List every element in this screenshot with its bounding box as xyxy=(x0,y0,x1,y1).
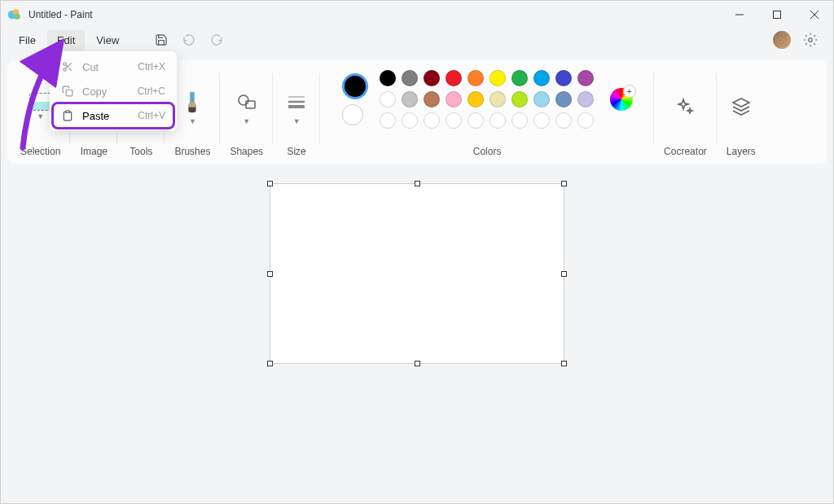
resize-handle[interactable] xyxy=(415,361,420,366)
menu-paste[interactable]: Paste Ctrl+V xyxy=(53,103,173,128)
paint-app-icon xyxy=(7,7,22,22)
menu-edit[interactable]: Edit xyxy=(47,30,85,50)
menu-view[interactable]: View xyxy=(86,30,129,50)
save-button[interactable] xyxy=(148,28,174,51)
group-cocreator: Cocreator xyxy=(654,67,717,160)
svg-point-17 xyxy=(239,95,248,105)
color-swatch-empty[interactable] xyxy=(467,112,484,129)
color-palette xyxy=(380,70,594,129)
color-swatch[interactable] xyxy=(555,91,572,107)
color-swatch[interactable] xyxy=(577,70,594,86)
color-swatch[interactable] xyxy=(555,70,572,86)
resize-handle[interactable] xyxy=(561,271,567,277)
secondary-color[interactable] xyxy=(342,104,363,125)
color-swatch[interactable] xyxy=(577,91,594,107)
size-icon xyxy=(283,88,310,116)
color-swatch[interactable] xyxy=(402,91,418,107)
svg-point-7 xyxy=(809,38,813,42)
color-swatch-empty[interactable] xyxy=(489,112,506,129)
layers-icon xyxy=(727,93,755,121)
shapes-icon xyxy=(233,88,261,116)
color-swatch[interactable] xyxy=(380,91,396,107)
color-swatch-empty[interactable] xyxy=(533,112,550,129)
primary-color[interactable] xyxy=(342,73,368,99)
color-swatch-empty[interactable] xyxy=(424,112,440,129)
minimize-button[interactable] xyxy=(721,1,758,28)
color-swatch[interactable] xyxy=(533,91,550,107)
menu-copy[interactable]: Copy Ctrl+C xyxy=(53,79,173,103)
shapes-tool[interactable]: ▼ xyxy=(233,70,261,142)
svg-rect-14 xyxy=(66,111,70,112)
svg-rect-13 xyxy=(66,90,72,96)
cocreator-tool[interactable] xyxy=(671,70,699,142)
chevron-down-icon: ▼ xyxy=(293,117,301,125)
brushes-tool[interactable]: ▼ xyxy=(178,70,206,142)
color-swatch[interactable] xyxy=(467,91,484,107)
color-swatch[interactable] xyxy=(424,70,440,86)
user-avatar[interactable] xyxy=(773,31,791,49)
size-tool[interactable]: ▼ xyxy=(283,70,310,142)
title-bar: Untitled - Paint xyxy=(1,1,833,28)
svg-rect-4 xyxy=(774,11,781,18)
menu-file[interactable]: File xyxy=(9,30,46,50)
group-layers: Layers xyxy=(717,67,766,160)
edit-dropdown: Cut Ctrl+X Copy Ctrl+C Paste Ctrl+V xyxy=(50,51,177,131)
close-button[interactable] xyxy=(796,1,833,28)
svg-point-9 xyxy=(64,68,67,72)
canvas[interactable] xyxy=(270,183,564,364)
selection-tool[interactable]: ▼ xyxy=(29,70,52,142)
resize-handle[interactable] xyxy=(267,361,273,366)
cut-icon xyxy=(61,60,74,73)
color-swatch[interactable] xyxy=(380,70,396,86)
resize-handle[interactable] xyxy=(561,361,567,366)
paste-shortcut: Ctrl+V xyxy=(138,110,165,121)
color-swatch[interactable] xyxy=(511,91,528,107)
color-swatch[interactable] xyxy=(489,91,506,107)
edit-colors-button[interactable] xyxy=(610,88,633,111)
resize-handle[interactable] xyxy=(561,181,567,186)
settings-button[interactable] xyxy=(797,28,823,51)
svg-line-12 xyxy=(66,65,68,67)
color-swatch[interactable] xyxy=(467,70,484,86)
canvas-area xyxy=(1,183,833,364)
selection-icon xyxy=(29,93,52,111)
paste-icon xyxy=(61,109,74,122)
resize-handle[interactable] xyxy=(267,181,273,186)
group-shapes: ▼ Shapes xyxy=(220,67,273,160)
color-swatch-empty[interactable] xyxy=(402,112,418,129)
svg-marker-22 xyxy=(733,99,749,107)
copy-label: Copy xyxy=(82,85,129,98)
chevron-down-icon: ▼ xyxy=(189,117,196,125)
group-size: ▼ Size xyxy=(273,67,320,160)
maximize-button[interactable] xyxy=(758,1,796,28)
color-swatch-empty[interactable] xyxy=(555,112,572,129)
layers-tool[interactable] xyxy=(727,70,755,142)
chevron-down-icon: ▼ xyxy=(37,112,44,121)
color-swatch[interactable] xyxy=(533,70,550,86)
paste-label: Paste xyxy=(82,110,129,122)
redo-button[interactable] xyxy=(204,28,230,51)
resize-handle[interactable] xyxy=(267,271,273,277)
svg-rect-16 xyxy=(191,92,195,103)
color-swatch[interactable] xyxy=(446,91,462,107)
svg-line-11 xyxy=(68,68,71,70)
color-swatch[interactable] xyxy=(424,91,440,107)
svg-point-8 xyxy=(64,63,67,66)
window-controls xyxy=(721,1,833,28)
color-swatch-empty[interactable] xyxy=(577,112,594,129)
color-swatch[interactable] xyxy=(402,70,418,86)
color-swatch-empty[interactable] xyxy=(380,112,396,129)
copy-icon xyxy=(61,85,74,98)
undo-button[interactable] xyxy=(176,28,202,51)
menu-cut[interactable]: Cut Ctrl+X xyxy=(53,55,173,79)
window-title: Untitled - Paint xyxy=(29,9,721,20)
copy-shortcut: Ctrl+C xyxy=(138,85,165,97)
resize-handle[interactable] xyxy=(415,181,420,186)
menu-bar: File Edit View xyxy=(1,28,833,52)
color-swatch[interactable] xyxy=(489,70,506,86)
color-swatch[interactable] xyxy=(511,70,528,86)
color-swatch-empty[interactable] xyxy=(511,112,528,129)
group-colors: Colors xyxy=(320,67,654,160)
color-swatch-empty[interactable] xyxy=(446,112,462,129)
color-swatch[interactable] xyxy=(446,70,462,86)
